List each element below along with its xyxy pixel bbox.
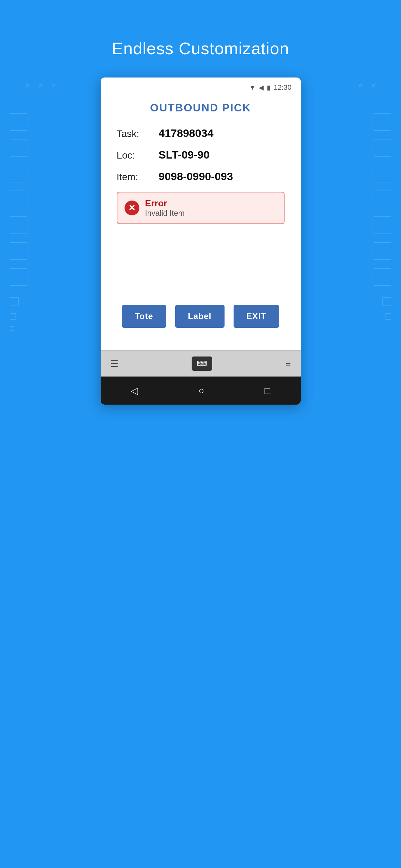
signal-icon: ◀ [259, 84, 264, 91]
task-label: Task: [117, 128, 159, 139]
screen-title: OUTBOUND PICK [117, 101, 285, 114]
toolbar-menu-left-icon[interactable]: ☰ [110, 359, 119, 369]
error-icon: ✕ [125, 200, 139, 215]
task-field-row: Task: 417898034 [117, 127, 285, 140]
loc-value: SLT-09-90 [159, 149, 210, 161]
keyboard-button[interactable]: ⌨ [192, 356, 212, 371]
android-toolbar: ☰ ⌨ ≡ [101, 350, 301, 376]
recents-button[interactable]: □ [265, 385, 270, 396]
app-content: OUTBOUND PICK Task: 417898034 Loc: SLT-0… [101, 95, 301, 350]
status-time: 12:30 [274, 83, 291, 92]
label-button[interactable]: Label [175, 305, 225, 328]
item-value: 9098-0990-093 [159, 170, 233, 183]
battery-icon: ▮ [267, 84, 270, 91]
tote-button[interactable]: Tote [122, 305, 166, 328]
wifi-icon: ▼ [249, 84, 256, 91]
status-bar: ▼ ◀ ▮ 12:30 [101, 78, 301, 95]
android-nav-bar: ◁ ○ □ [101, 376, 301, 405]
page-title: Endless Customization [112, 39, 289, 58]
home-button[interactable]: ○ [198, 385, 204, 396]
error-subtitle: Invalid Item [145, 209, 185, 218]
content-spacer [117, 234, 285, 299]
exit-button[interactable]: EXIT [234, 305, 279, 328]
loc-field-row: Loc: SLT-09-90 [117, 149, 285, 161]
error-title: Error [145, 198, 185, 209]
keyboard-icon: ⌨ [197, 360, 207, 368]
phone-shell: ▼ ◀ ▮ 12:30 OUTBOUND PICK Task: 41789803… [101, 78, 301, 405]
item-field-row: Item: 9098-0990-093 [117, 170, 285, 183]
error-box: ✕ Error Invalid Item [117, 192, 285, 224]
error-text-block: Error Invalid Item [145, 198, 185, 218]
toolbar-menu-right-icon[interactable]: ≡ [286, 359, 291, 369]
task-value: 417898034 [159, 127, 213, 140]
item-label: Item: [117, 172, 159, 182]
loc-label: Loc: [117, 150, 159, 161]
error-x-symbol: ✕ [128, 204, 135, 212]
back-button[interactable]: ◁ [131, 385, 138, 396]
action-buttons-row: Tote Label EXIT [117, 299, 285, 337]
